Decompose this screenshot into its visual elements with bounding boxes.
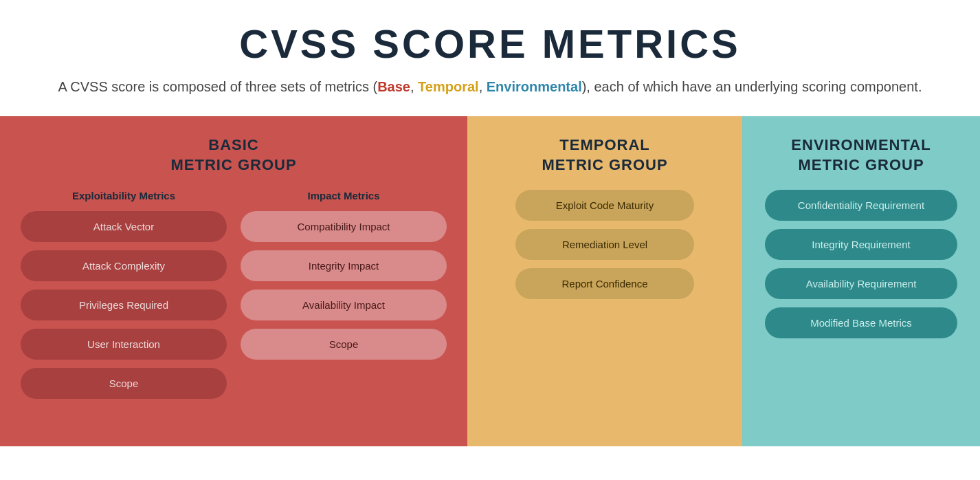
- header-section: CVSS SCORE METRICS A CVSS score is compo…: [0, 0, 980, 116]
- subtitle-plain: A CVSS score is composed of three sets o…: [58, 79, 378, 94]
- environmental-title: ENVIRONMENTAL METRIC GROUP: [763, 135, 959, 175]
- environmental-inner-layout: Confidentiality Requirement Integrity Re…: [763, 190, 959, 347]
- basic-title: BASIC METRIC GROUP: [21, 135, 447, 175]
- subtitle: A CVSS score is composed of three sets o…: [27, 76, 953, 97]
- basic-inner-layout: Exploitability Metrics Attack Vector Att…: [21, 190, 447, 407]
- exploitability-sub: Exploitability Metrics Attack Vector Att…: [21, 190, 227, 407]
- list-item: Confidentiality Requirement: [765, 190, 957, 221]
- list-item: Integrity Requirement: [765, 229, 957, 260]
- list-item: Modified Base Metrics: [765, 307, 957, 338]
- temporal-label: Temporal: [418, 79, 479, 94]
- list-item: User Interaction: [21, 329, 227, 360]
- base-label: Base: [377, 79, 410, 94]
- temporal-column: TEMPORAL METRIC GROUP Exploit Code Matur…: [467, 116, 742, 446]
- list-item: Scope: [21, 368, 227, 399]
- impact-sub: Impact Metrics Compatibility Impact Inte…: [241, 190, 447, 407]
- sep1: ,: [410, 79, 418, 94]
- environmental-label: Environmental: [487, 79, 582, 94]
- exploitability-subtitle: Exploitability Metrics: [21, 190, 227, 201]
- metric-columns: BASIC METRIC GROUP Exploitability Metric…: [0, 116, 980, 446]
- list-item: Attack Vector: [21, 211, 227, 242]
- impact-subtitle: Impact Metrics: [241, 190, 447, 201]
- list-item: Scope: [241, 329, 447, 360]
- subtitle-end: ), each of which have an underlying scor…: [582, 79, 922, 94]
- list-item: Report Confidence: [515, 268, 694, 299]
- list-item: Availability Requirement: [765, 268, 957, 299]
- page-title: CVSS SCORE METRICS: [27, 21, 953, 67]
- temporal-title: TEMPORAL METRIC GROUP: [488, 135, 722, 175]
- sep2: ,: [479, 79, 487, 94]
- list-item: Availability Impact: [241, 290, 447, 320]
- list-item: Compatibility Impact: [241, 211, 447, 242]
- list-item: Remediation Level: [515, 229, 694, 260]
- temporal-inner-layout: Exploit Code Maturity Remediation Level …: [488, 190, 722, 307]
- environmental-column: ENVIRONMENTAL METRIC GROUP Confidentiali…: [742, 116, 980, 446]
- list-item: Privileges Required: [21, 290, 227, 320]
- list-item: Integrity Impact: [241, 250, 447, 281]
- basic-column: BASIC METRIC GROUP Exploitability Metric…: [0, 116, 467, 446]
- list-item: Attack Complexity: [21, 250, 227, 281]
- list-item: Exploit Code Maturity: [515, 190, 694, 221]
